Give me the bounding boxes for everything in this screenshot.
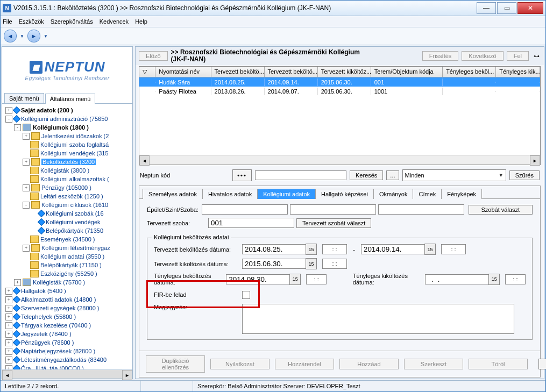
- tree-item[interactable]: -Kollégiumok (1800 ): [3, 123, 131, 132]
- tree-expander-icon[interactable]: [23, 262, 29, 268]
- tree-expander-icon[interactable]: -: [23, 202, 30, 209]
- tab-dormitory[interactable]: Kollégiumi adatok: [257, 189, 315, 199]
- tab-addresses[interactable]: Címek: [413, 189, 441, 199]
- tree-expander-icon[interactable]: +: [5, 107, 12, 114]
- tree-item[interactable]: +Hallgatók (5400 ): [3, 287, 131, 295]
- tree-item[interactable]: Kollégium adatai (3550 ): [3, 252, 131, 261]
- side-tab-own[interactable]: Saját menü: [4, 93, 44, 103]
- tab-official[interactable]: Hivatalos adatok: [202, 189, 257, 199]
- tree-item[interactable]: Kollégiumi szoba foglaltsá: [3, 140, 131, 149]
- prev-button[interactable]: Előző: [139, 51, 168, 61]
- add-button[interactable]: Hozzáad: [339, 359, 399, 369]
- tree-expander-icon[interactable]: +: [5, 322, 12, 329]
- tree-expander-icon[interactable]: +: [5, 313, 12, 320]
- tree-expander-icon[interactable]: [31, 211, 37, 217]
- memo-textarea[interactable]: [242, 304, 514, 334]
- tree-item[interactable]: +Saját adatok (200 ): [3, 106, 131, 115]
- tree-item[interactable]: +Kollégiumi létesítménygaz: [3, 244, 131, 252]
- maximize-button[interactable]: ▭: [497, 2, 516, 14]
- tree-expander-icon[interactable]: -: [5, 116, 12, 123]
- pin-icon[interactable]: ⊶: [532, 52, 541, 60]
- tab-personal[interactable]: Személyes adatok: [143, 189, 202, 199]
- tree-expander-icon[interactable]: [23, 254, 29, 260]
- room-input[interactable]: [378, 204, 464, 215]
- data-grid[interactable]: ▽ Nyomtatási név Tervezett beköltö... Te…: [139, 66, 541, 165]
- search-visibility-button[interactable]: •••: [232, 169, 252, 181]
- planned-out-time[interactable]: : :: [322, 259, 347, 269]
- planned-in-to-time[interactable]: : :: [441, 244, 466, 254]
- tree-item[interactable]: +Jegyzetek (78400 ): [3, 330, 131, 338]
- grid-header[interactable]: ▽ Nyomtatási név Tervezett beköltö... Te…: [139, 67, 540, 77]
- minimize-button[interactable]: —: [477, 2, 496, 14]
- actual-in-date[interactable]: [226, 274, 289, 284]
- grid-col-5[interactable]: Terem/Objektum kódja: [371, 67, 443, 77]
- tree-item[interactable]: +Beköltöztetés (3200: [3, 158, 131, 166]
- planned-room-input[interactable]: [208, 218, 294, 228]
- grid-col-6[interactable]: Tényleges beköl...: [443, 67, 496, 77]
- grid-scroll-right-icon[interactable]: ►: [530, 155, 540, 166]
- nav-back-button[interactable]: ◄: [4, 30, 17, 42]
- tree-item[interactable]: +Óra...ill.tá..táa (00CO0 ): [3, 364, 131, 369]
- menu-file[interactable]: File: [3, 18, 12, 25]
- tree-item[interactable]: Belépőkártyák (71150 ): [3, 261, 131, 269]
- nav-forward-drop[interactable]: ▼: [44, 34, 48, 39]
- filter-button[interactable]: Szűrés: [509, 170, 540, 180]
- menu-help[interactable]: Help: [135, 18, 147, 25]
- tree-expander-icon[interactable]: +: [23, 133, 30, 140]
- tree-expander-icon[interactable]: [31, 219, 37, 225]
- search-input[interactable]: [255, 170, 346, 180]
- tree-item[interactable]: Kollégiumi vendégek (315: [3, 149, 131, 158]
- tree-expander-icon[interactable]: +: [23, 184, 30, 191]
- tree-expander-icon[interactable]: +: [5, 296, 12, 303]
- tree-item[interactable]: Kollégiumi vendégek: [3, 218, 131, 226]
- calendar-icon[interactable]: 15: [488, 274, 500, 285]
- tree-expander-icon[interactable]: [23, 237, 29, 243]
- refresh-button[interactable]: Frissítés: [422, 51, 459, 61]
- tree-item[interactable]: +Naptárbejegyzések (82800 ): [3, 347, 131, 355]
- tree-item[interactable]: Kollégiumi szobák (16: [3, 209, 131, 218]
- tree-expander-icon[interactable]: +: [5, 288, 12, 295]
- tree-expander-icon[interactable]: +: [5, 357, 12, 364]
- tree-item[interactable]: +Kollégisták (75700 ): [3, 278, 131, 287]
- choose-room-button[interactable]: Szobát választ: [469, 205, 533, 215]
- assign-button[interactable]: Hozzárendel: [275, 359, 334, 369]
- actual-out-time[interactable]: : :: [505, 274, 526, 284]
- tree-item[interactable]: Belépőkártyák (71350: [3, 226, 131, 235]
- tree-expander-icon[interactable]: [23, 142, 29, 148]
- grid-col-4[interactable]: Tervezett kiköltöz...: [318, 67, 371, 77]
- tree-item[interactable]: +Létesítménygazdálkodás (83400: [3, 355, 131, 364]
- calendar-icon[interactable]: 15: [289, 274, 301, 285]
- save-button[interactable]: Mentés: [538, 359, 546, 369]
- tree-item[interactable]: +Tárgyak kezelése (70400 ): [3, 321, 131, 330]
- scroll-right-icon[interactable]: ►: [122, 370, 132, 380]
- tree-item[interactable]: +Jelentkezési időszakok (2: [3, 132, 131, 140]
- grid-col-3[interactable]: Tervezett beköltö...: [265, 67, 318, 77]
- grid-col-1[interactable]: Nyomtatási név: [155, 67, 211, 77]
- nav-tree[interactable]: +Saját adatok (200 )-Kollégiumi adminisz…: [2, 104, 132, 369]
- tree-expander-icon[interactable]: [23, 151, 29, 156]
- edit-button[interactable]: Szerkeszt: [404, 359, 463, 369]
- sidebar-hscroll[interactable]: ◄ ►: [2, 369, 132, 379]
- choose-planned-room-button[interactable]: Tervezett szobát választ: [296, 218, 371, 228]
- tree-expander-icon[interactable]: +: [5, 365, 12, 370]
- tree-item[interactable]: +Alkalmazotti adatok (14800 ): [3, 295, 131, 304]
- delete-button[interactable]: Töröl: [469, 359, 528, 369]
- tree-item[interactable]: -Kollégiumi adminisztráció (75650: [3, 115, 131, 123]
- tree-expander-icon[interactable]: +: [5, 348, 12, 355]
- up-button[interactable]: Fel: [507, 51, 529, 61]
- table-row[interactable]: Hudák Sára2014.08.25.2014.09.14.2015.06.…: [139, 77, 540, 87]
- tree-expander-icon[interactable]: [31, 228, 37, 234]
- grid-scroll-left-icon[interactable]: ◄: [139, 155, 150, 166]
- tree-item[interactable]: +Telephelyek (55800 ): [3, 312, 131, 321]
- menu-tools[interactable]: Eszközök: [19, 18, 44, 25]
- dup-check-button[interactable]: Duplikáció ellenőrzés: [146, 355, 205, 373]
- tab-trainings[interactable]: Hallgató képzései: [315, 189, 373, 199]
- nav-back-drop[interactable]: ▼: [20, 34, 24, 39]
- tab-documents[interactable]: Okmányok: [373, 189, 413, 199]
- menu-favorites[interactable]: Kedvencek: [100, 18, 129, 25]
- tree-item[interactable]: Kollégiumi alkalmazottak (: [3, 175, 131, 183]
- filter-select[interactable]: Minden▼: [402, 169, 506, 181]
- tree-expander-icon[interactable]: [23, 176, 29, 182]
- menu-role[interactable]: Szerepkörváltás: [51, 18, 93, 25]
- tree-expander-icon[interactable]: [23, 271, 29, 277]
